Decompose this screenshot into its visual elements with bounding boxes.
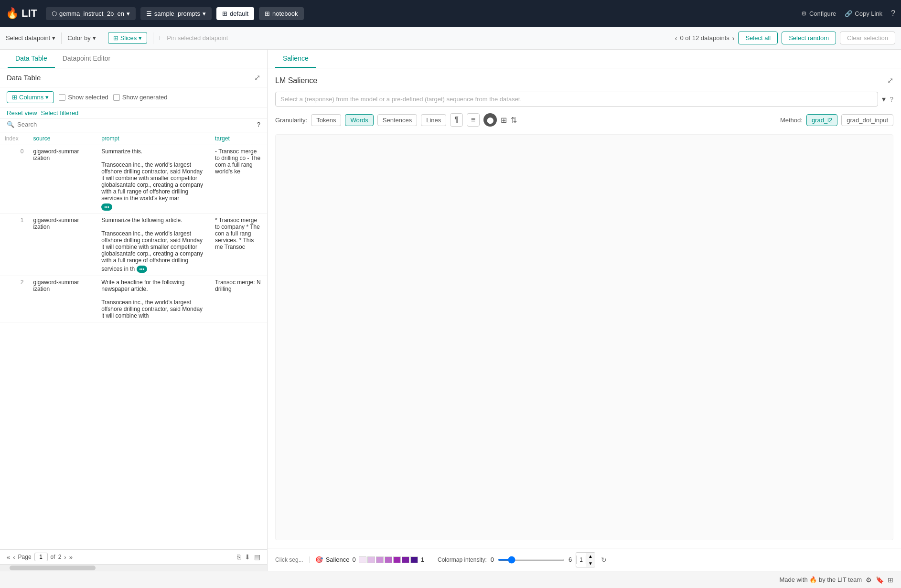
footer-layout-icon[interactable]: ⊞: [888, 576, 893, 584]
tab-data-table[interactable]: Data Table: [8, 50, 55, 68]
clear-selection-btn[interactable]: Clear selection: [840, 32, 895, 44]
first-page-btn[interactable]: «: [7, 554, 10, 561]
dataset-selector[interactable]: ☰ sample_prompts ▾: [140, 7, 212, 20]
grid-icon[interactable]: ⊞: [501, 116, 507, 125]
last-page-btn[interactable]: »: [69, 554, 73, 561]
gran-words-btn[interactable]: Words: [345, 114, 373, 126]
show-generated-checkbox[interactable]: [113, 94, 120, 101]
search-help-icon[interactable]: ?: [257, 121, 260, 128]
copy-table-icon[interactable]: ⎘: [237, 553, 241, 561]
circle-icon[interactable]: ⬤: [483, 113, 497, 127]
color-by-btn[interactable]: Color by ▾: [67, 34, 96, 42]
tab-datapoint-editor-label: Datapoint Editor: [63, 54, 110, 62]
footer-bookmark-icon[interactable]: 🔖: [876, 576, 884, 584]
select-filtered-btn[interactable]: Select filtered: [41, 109, 79, 117]
table-row[interactable]: 1 gigaword-summar ization Summarize the …: [0, 214, 267, 276]
select-all-btn[interactable]: Select all: [738, 32, 778, 44]
prev-page-btn[interactable]: ‹: [13, 554, 15, 561]
method-grad-l2-btn[interactable]: grad_l2: [806, 114, 837, 126]
salience-expand-icon[interactable]: ⤢: [887, 76, 893, 85]
show-selected-text: Show selected: [68, 94, 108, 101]
columns-chevron: ▾: [45, 94, 49, 101]
gran-tokens-btn[interactable]: Tokens: [311, 114, 341, 126]
color-by-label: Color by: [67, 34, 90, 42]
page-input[interactable]: [34, 553, 48, 561]
dt-header: Data Table ⤢: [0, 68, 267, 87]
colormap-stepper: 1 ▲ ▼: [576, 552, 595, 567]
dataset-chevron-icon: ▾: [203, 10, 206, 17]
page-label: Page: [18, 554, 32, 560]
granularity-row: Granularity: Tokens Words Sentences Line…: [275, 113, 893, 127]
colormap-increment-btn[interactable]: ▲: [586, 553, 595, 560]
default-tab-label: default: [230, 10, 248, 17]
bottom-bar: Click seg... 🎯 Salience 0 1 Colormap int…: [268, 548, 901, 571]
gran-lines-btn[interactable]: Lines: [421, 114, 446, 126]
method-grad-dot-btn[interactable]: grad_dot_input: [841, 114, 893, 126]
dataset-icon: ☰: [146, 10, 152, 17]
tab-datapoint-editor[interactable]: Datapoint Editor: [55, 50, 118, 68]
slices-btn[interactable]: ⊞ Slices ▾: [108, 32, 148, 44]
copy-link-btn[interactable]: 🔗 Copy Link: [845, 10, 882, 17]
next-page-btn[interactable]: ›: [64, 554, 66, 561]
scale-box-7: [410, 556, 418, 563]
pin-icon: ⊢: [159, 34, 164, 42]
more-btn-1[interactable]: •••: [137, 266, 148, 273]
salience-sequence-select[interactable]: Select a (response) from the model or a …: [275, 92, 878, 107]
table-inner: index source prompt target 0 gigaword-su…: [0, 132, 267, 549]
salience-select-row: Select a (response) from the model or a …: [275, 92, 893, 107]
col-header-prompt: prompt: [97, 132, 210, 145]
scale-min: 0: [353, 556, 356, 563]
colormap-slider[interactable]: [498, 559, 565, 561]
col-header-source: source: [28, 132, 97, 145]
of-label: of: [51, 554, 55, 560]
select-random-btn[interactable]: Select random: [782, 32, 836, 44]
dt-icon-row: ⎘ ⬇ ▤: [237, 553, 260, 561]
next-datapoint-btn[interactable]: ›: [732, 34, 735, 42]
expand-icon[interactable]: ⤢: [254, 73, 260, 82]
search-input[interactable]: [17, 121, 254, 128]
reset-view-btn[interactable]: Reset view: [7, 109, 37, 117]
tab-salience[interactable]: Salience: [275, 50, 316, 68]
tab-default[interactable]: ⊞ default: [216, 7, 254, 20]
footer-team: by the LIT team: [819, 576, 862, 583]
colormap-refresh-icon[interactable]: ↻: [601, 556, 607, 564]
show-generated-label[interactable]: Show generated: [113, 94, 168, 101]
cell-source-0: gigaword-summar ization: [28, 145, 97, 214]
select-datapoint-btn[interactable]: Select datapoint ▾: [6, 34, 55, 42]
columns-btn[interactable]: ⊞ Columns ▾: [7, 91, 54, 103]
prev-datapoint-btn[interactable]: ‹: [675, 34, 677, 42]
configure-btn[interactable]: ⚙ Configure: [801, 10, 836, 17]
equals-icon[interactable]: ≡: [467, 113, 480, 127]
horizontal-scrollbar[interactable]: [0, 564, 267, 571]
salience-scale-icon: 🎯: [315, 556, 323, 563]
tab-salience-label: Salience: [283, 54, 309, 62]
right-panel: Salience LM Salience ⤢ Select a (respons…: [268, 50, 901, 571]
tab-notebook[interactable]: ⊞ notebook: [259, 7, 304, 20]
table-settings-icon[interactable]: ▤: [254, 553, 260, 561]
pin-btn[interactable]: ⊢ Pin selected datapoint: [159, 34, 228, 42]
cell-index-0: 0: [0, 145, 28, 214]
table-row[interactable]: 0 gigaword-summar ization Summarize this…: [0, 145, 267, 214]
table-row[interactable]: 2 gigaword-summar ization Write a headli…: [0, 276, 267, 322]
model-selector[interactable]: ⬡ gemma_instruct_2b_en ▾: [46, 7, 136, 20]
more-btn-0[interactable]: •••: [101, 203, 112, 211]
colormap-decrement-btn[interactable]: ▼: [586, 560, 595, 567]
help-icon[interactable]: ?: [891, 9, 895, 18]
pin-label: Pin selected datapoint: [167, 34, 228, 42]
adjust-icon[interactable]: ⇅: [511, 116, 517, 125]
download-table-icon[interactable]: ⬇: [245, 553, 250, 561]
col-header-target: target: [210, 132, 267, 145]
copy-link-label: Copy Link: [855, 10, 882, 17]
salience-help-icon[interactable]: ?: [890, 96, 893, 103]
colormap-max: 6: [568, 556, 572, 563]
divider-1: [61, 32, 62, 44]
paragraph-icon[interactable]: ¶: [450, 113, 463, 127]
show-selected-checkbox[interactable]: [59, 94, 65, 101]
datapoint-counter: 0 of 12 datapoints: [680, 34, 729, 42]
gran-sentences-btn[interactable]: Sentences: [377, 114, 417, 126]
app-name: LIT: [21, 7, 37, 20]
footer-settings-icon[interactable]: ⚙: [866, 576, 872, 584]
show-selected-label[interactable]: Show selected: [59, 94, 108, 101]
hscroll-thumb[interactable]: [10, 566, 96, 570]
main-content: Data Table Datapoint Editor Data Table ⤢…: [0, 50, 901, 571]
